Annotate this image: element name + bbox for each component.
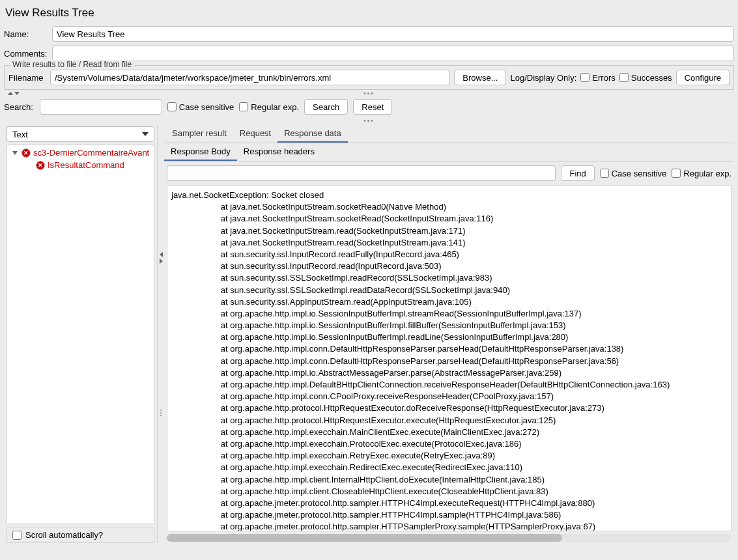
find-regex-label: Regular exp. bbox=[683, 169, 731, 178]
triangle-right-icon bbox=[160, 259, 163, 264]
scrollbar-thumb[interactable] bbox=[167, 534, 562, 542]
grip-icon bbox=[160, 415, 162, 416]
search-case-label: Case sensitive bbox=[179, 102, 234, 112]
tab-response-data[interactable]: Response data bbox=[277, 125, 347, 143]
splitter-horizontal-2[interactable]: ••• bbox=[4, 117, 734, 124]
tab-sampler-result[interactable]: Sampler result bbox=[165, 125, 233, 143]
renderer-combo[interactable]: Text bbox=[7, 126, 154, 142]
filename-input[interactable] bbox=[50, 70, 450, 85]
error-icon: ✕ bbox=[21, 148, 31, 158]
find-button[interactable]: Find bbox=[561, 165, 594, 181]
results-tree[interactable]: ✕ sc3-DernierCommentaireAvant ✕ IsResult… bbox=[7, 145, 154, 524]
grip-icon bbox=[160, 412, 162, 413]
find-input[interactable] bbox=[167, 165, 556, 181]
arrow-down-icon bbox=[14, 92, 20, 95]
splitter-horizontal-1[interactable]: ••• bbox=[4, 90, 734, 96]
page-title: View Results Tree bbox=[4, 4, 734, 26]
combo-value: Text bbox=[12, 130, 28, 139]
errors-checkbox[interactable] bbox=[580, 73, 589, 82]
response-body-text[interactable]: java.net.SocketException: Socket closed … bbox=[167, 185, 731, 531]
find-regex-checkbox[interactable] bbox=[672, 169, 681, 178]
grip-icon bbox=[160, 410, 162, 411]
browse-button[interactable]: Browse... bbox=[454, 70, 506, 85]
subtab-response-body[interactable]: Response Body bbox=[164, 143, 237, 161]
name-label: Name: bbox=[4, 29, 48, 39]
search-case-checkbox[interactable] bbox=[167, 102, 177, 111]
arrow-up-icon bbox=[8, 92, 13, 95]
sub-tabs: Response Body Response headers bbox=[164, 143, 734, 161]
configure-button[interactable]: Configure bbox=[676, 70, 730, 85]
triangle-left-icon bbox=[160, 252, 163, 257]
search-regex-label: Regular exp. bbox=[251, 102, 299, 112]
tree-node[interactable]: ✕ IsResultatCommand bbox=[8, 159, 152, 171]
search-input[interactable] bbox=[40, 99, 162, 115]
grip-icon: ••• bbox=[363, 90, 375, 97]
grip-icon: ••• bbox=[363, 117, 375, 124]
comments-input[interactable] bbox=[52, 46, 734, 61]
file-legend: Write results to file / Read from file bbox=[10, 60, 134, 69]
logdisplay-label: Log/Display Only: bbox=[510, 73, 576, 83]
scroll-auto-label: Scroll automatically? bbox=[25, 530, 103, 540]
error-icon: ✕ bbox=[36, 161, 45, 170]
find-case-label: Case sensitive bbox=[612, 169, 667, 178]
file-fieldset: Write results to file / Read from file F… bbox=[4, 65, 734, 90]
tab-request[interactable]: Request bbox=[233, 125, 277, 143]
tree-node-label: IsResultatCommand bbox=[48, 160, 124, 170]
tree-node[interactable]: ✕ sc3-DernierCommentaireAvant bbox=[8, 147, 152, 159]
chevron-down-icon bbox=[142, 132, 149, 136]
tree-node-label: sc3-DernierCommentaireAvant bbox=[33, 148, 149, 158]
scroll-auto-checkbox[interactable] bbox=[12, 531, 21, 540]
horizontal-scrollbar[interactable] bbox=[167, 534, 731, 542]
errors-label: Errors bbox=[592, 73, 615, 83]
comments-label: Comments: bbox=[4, 49, 48, 59]
find-case-checkbox[interactable] bbox=[600, 169, 609, 178]
search-label: Search: bbox=[4, 102, 33, 112]
main-tabs: Sampler result Request Response data bbox=[164, 125, 734, 143]
subtab-response-headers[interactable]: Response headers bbox=[237, 143, 321, 161]
successes-checkbox[interactable] bbox=[619, 73, 629, 82]
disclosure-icon[interactable] bbox=[12, 151, 18, 155]
successes-label: Successes bbox=[631, 73, 672, 83]
reset-button[interactable]: Reset bbox=[353, 99, 392, 115]
name-input[interactable] bbox=[52, 26, 734, 42]
splitter-vertical[interactable] bbox=[158, 125, 164, 543]
search-button[interactable]: Search bbox=[304, 99, 348, 115]
search-regex-checkbox[interactable] bbox=[239, 102, 248, 111]
filename-label: Filename bbox=[8, 73, 46, 83]
